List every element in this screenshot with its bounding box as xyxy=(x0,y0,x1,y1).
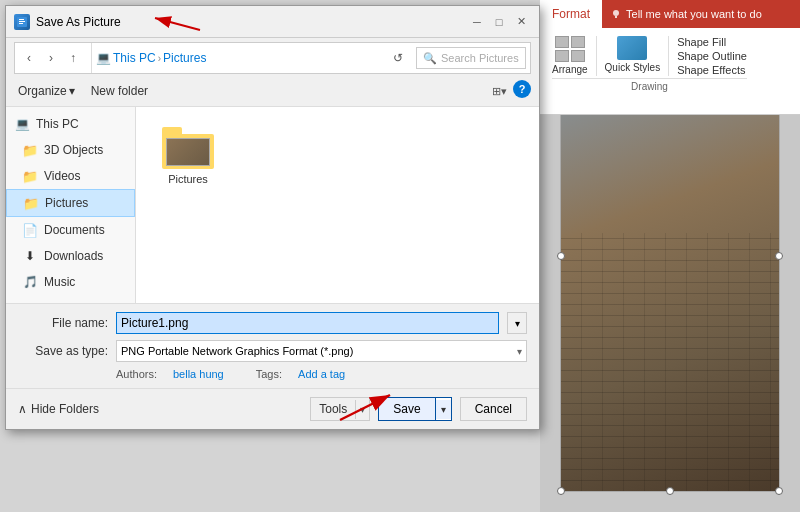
pictures-icon: 📁 xyxy=(23,195,39,211)
slide-handle-mr[interactable] xyxy=(775,252,783,260)
path-part-pictures[interactable]: Pictures xyxy=(163,51,206,65)
refresh-button[interactable]: ↺ xyxy=(388,47,408,69)
dialog-footer: ∧ Hide Folders Tools ▾ Save ▾ Cancel xyxy=(6,388,539,429)
savetype-select[interactable]: PNG Portable Network Graphics Format (*.… xyxy=(116,340,527,362)
nav-buttons: ‹ › ↑ xyxy=(15,47,87,69)
view-icons: ⊞▾ ? xyxy=(487,80,531,102)
downloads-icon: ⬇ xyxy=(22,248,38,264)
lightbulb-icon xyxy=(610,8,622,20)
new-folder-button[interactable]: New folder xyxy=(87,82,152,100)
file-area[interactable]: Pictures xyxy=(136,107,539,303)
filename-label: File name: xyxy=(18,316,108,330)
save-button-group: Save ▾ xyxy=(378,397,451,421)
path-icon: 💻 xyxy=(96,51,111,65)
toolbar-bar: Organize ▾ New folder ⊞▾ ? xyxy=(6,78,539,106)
tags-label: Tags: xyxy=(256,368,282,380)
minimize-button[interactable]: ─ xyxy=(467,12,487,32)
videos-icon: 📁 xyxy=(22,168,38,184)
ribbon: Format Tell me what you want to do A xyxy=(540,0,800,115)
nav-item-music[interactable]: 🎵 Music xyxy=(6,269,135,295)
save-button[interactable]: Save xyxy=(379,398,435,420)
svg-rect-5 xyxy=(19,19,24,20)
drawing-label: Drawing xyxy=(631,81,668,92)
nav-panel: 💻 This PC 📁 3D Objects 📁 Videos 📁 Pictur… xyxy=(6,107,136,303)
tools-main-button[interactable]: Tools xyxy=(311,398,355,420)
dialog-title-left: Save As Picture xyxy=(14,14,121,30)
up-button[interactable]: ↑ xyxy=(63,47,83,69)
filename-input[interactable] xyxy=(116,312,499,334)
search-placeholder: Search Pictures xyxy=(441,52,519,64)
dialog-title-text: Save As Picture xyxy=(36,15,121,29)
slide-handle-ml[interactable] xyxy=(557,252,565,260)
arrange-label: Arrange xyxy=(552,64,588,75)
this-pc-icon: 💻 xyxy=(14,116,30,132)
tools-arrow-button[interactable]: ▾ xyxy=(355,400,369,419)
filename-dropdown[interactable]: ▾ xyxy=(507,312,527,334)
authors-value[interactable]: bella hung xyxy=(173,368,224,380)
path-part-pc[interactable]: This PC xyxy=(113,51,156,65)
hide-folders-button[interactable]: ∧ Hide Folders xyxy=(18,402,99,416)
folder-pictures-item[interactable]: Pictures xyxy=(148,119,228,193)
tell-me-input[interactable]: Tell me what you want to do xyxy=(602,8,800,20)
slide-handle-bl[interactable] xyxy=(557,487,565,495)
slide-handle-br[interactable] xyxy=(775,487,783,495)
3d-objects-icon: 📁 xyxy=(22,142,38,158)
form-meta: Authors: bella hung Tags: Add a tag xyxy=(18,368,527,380)
view-toggle-button[interactable]: ⊞▾ xyxy=(487,80,511,102)
cancel-button[interactable]: Cancel xyxy=(460,397,527,421)
shape-effects-label[interactable]: Shape Effects xyxy=(677,64,745,76)
search-box[interactable]: 🔍 Search Pictures xyxy=(416,47,526,69)
tags-add-link[interactable]: Add a tag xyxy=(298,368,345,380)
savetype-row: Save as type: PNG Portable Network Graph… xyxy=(18,340,527,362)
dialog-icon xyxy=(14,14,30,30)
nav-item-documents[interactable]: 📄 Documents xyxy=(6,217,135,243)
nav-item-this-pc[interactable]: 💻 This PC xyxy=(6,111,135,137)
address-bar: ‹ › ↑ 💻 This PC › Pictures ↺ 🔍 Search Pi… xyxy=(14,42,531,74)
nav-item-videos[interactable]: 📁 Videos xyxy=(6,163,135,189)
shape-outline-label[interactable]: Shape Outline xyxy=(677,50,747,62)
close-button[interactable]: ✕ xyxy=(511,12,531,32)
forward-button[interactable]: › xyxy=(41,47,61,69)
slide-handle-bm[interactable] xyxy=(666,487,674,495)
ribbon-tabs: Format Tell me what you want to do xyxy=(540,0,800,28)
maximize-button[interactable]: □ xyxy=(489,12,509,32)
save-as-dialog: Save As Picture ─ □ ✕ ‹ › ↑ 💻 This PC › … xyxy=(5,5,540,430)
save-arrow-button[interactable]: ▾ xyxy=(436,400,451,419)
folder-pictures-icon xyxy=(162,127,214,169)
folder-pictures-label: Pictures xyxy=(168,173,208,185)
nav-item-3d-objects[interactable]: 📁 3D Objects xyxy=(6,137,135,163)
nav-item-pictures[interactable]: 📁 Pictures xyxy=(6,189,135,217)
back-button[interactable]: ‹ xyxy=(19,47,39,69)
svg-rect-1 xyxy=(615,16,617,18)
nav-item-downloads[interactable]: ⬇ Downloads xyxy=(6,243,135,269)
authors-label: Authors: xyxy=(116,368,157,380)
tools-button-group: Tools ▾ xyxy=(310,397,370,421)
help-button[interactable]: ? xyxy=(513,80,531,98)
address-path[interactable]: 💻 This PC › Pictures xyxy=(91,43,384,73)
svg-rect-4 xyxy=(19,23,23,24)
dialog-form: File name: ▾ Save as type: PNG Portable … xyxy=(6,303,539,388)
ribbon-content: Arrange Quick Styles Shape Fill Shape Ou… xyxy=(540,28,800,100)
quick-styles-label: Quick Styles xyxy=(605,62,661,73)
savetype-arrow: ▾ xyxy=(517,346,522,357)
chevron-up-icon: ∧ xyxy=(18,402,27,416)
shape-fill-label[interactable]: Shape Fill xyxy=(677,36,726,48)
savetype-label: Save as type: xyxy=(18,344,108,358)
organize-button[interactable]: Organize ▾ xyxy=(14,82,79,100)
music-icon: 🎵 xyxy=(22,274,38,290)
footer-buttons: Tools ▾ Save ▾ Cancel xyxy=(310,397,527,421)
documents-icon: 📄 xyxy=(22,222,38,238)
svg-rect-3 xyxy=(19,21,25,22)
dialog-title-bar: Save As Picture ─ □ ✕ xyxy=(6,6,539,38)
dialog-body: 💻 This PC 📁 3D Objects 📁 Videos 📁 Pictur… xyxy=(6,106,539,303)
filename-row: File name: ▾ xyxy=(18,312,527,334)
tab-format[interactable]: Format xyxy=(540,0,602,28)
svg-point-0 xyxy=(613,10,619,16)
dialog-controls: ─ □ ✕ xyxy=(467,12,531,32)
nav-item-desktop[interactable]: 🖥 Desktop xyxy=(6,295,135,303)
